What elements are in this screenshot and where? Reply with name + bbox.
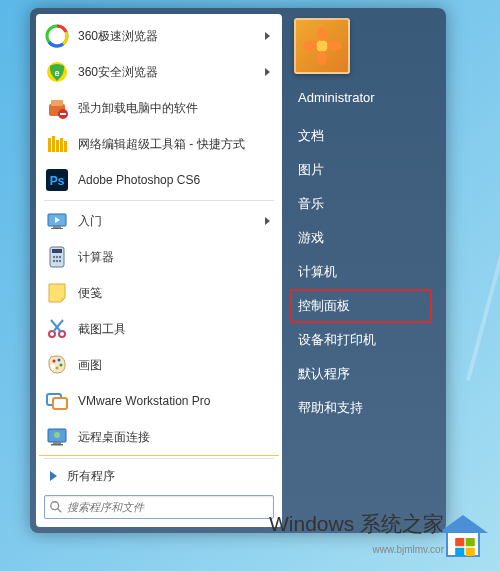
program-label: 计算器 bbox=[78, 249, 274, 266]
program-label: 便笺 bbox=[78, 285, 274, 302]
svg-rect-8 bbox=[52, 136, 55, 152]
right-panel-item[interactable]: 帮助和支持 bbox=[290, 391, 432, 425]
svg-point-31 bbox=[60, 364, 63, 367]
divider bbox=[44, 458, 274, 459]
svg-point-33 bbox=[51, 364, 55, 370]
program-item[interactable]: 画图 bbox=[38, 347, 280, 383]
divider bbox=[44, 200, 274, 201]
right-panel-item[interactable]: 默认程序 bbox=[290, 357, 432, 391]
svg-rect-9 bbox=[56, 140, 59, 152]
program-item[interactable]: 远程桌面连接 bbox=[38, 419, 280, 455]
svg-point-45 bbox=[317, 51, 327, 65]
getting-started-icon bbox=[44, 208, 70, 234]
right-panel-item[interactable]: 设备和打印机 bbox=[290, 323, 432, 357]
flower-avatar-icon bbox=[302, 26, 342, 66]
svg-rect-6 bbox=[60, 113, 66, 115]
svg-point-39 bbox=[54, 432, 60, 438]
svg-text:Ps: Ps bbox=[50, 174, 65, 188]
watermark-text: Windows 系统之家 bbox=[269, 510, 444, 538]
watermark-url: www.bjmlmv.cor bbox=[373, 544, 444, 555]
program-item[interactable]: 网络编辑超级工具箱 - 快捷方式 bbox=[38, 126, 280, 162]
svg-rect-38 bbox=[51, 444, 63, 446]
submenu-arrow-icon bbox=[265, 32, 270, 40]
toolbox-icon bbox=[44, 131, 70, 157]
calculator-icon bbox=[44, 244, 70, 270]
svg-rect-18 bbox=[52, 249, 62, 253]
user-picture[interactable] bbox=[294, 18, 350, 74]
svg-point-30 bbox=[58, 359, 61, 362]
svg-text:e: e bbox=[54, 68, 59, 78]
snipping-tool-icon bbox=[44, 316, 70, 342]
program-label: Adobe Photoshop CS6 bbox=[78, 173, 274, 187]
program-label: 强力卸载电脑中的软件 bbox=[78, 100, 274, 117]
program-item[interactable]: 强力卸载电脑中的软件 bbox=[38, 90, 280, 126]
svg-point-40 bbox=[51, 502, 59, 510]
submenu-arrow-icon bbox=[265, 217, 270, 225]
paint-icon bbox=[44, 352, 70, 378]
program-label: 截图工具 bbox=[78, 321, 274, 338]
program-label: 网络编辑超级工具箱 - 快捷方式 bbox=[78, 136, 274, 153]
search-input[interactable] bbox=[67, 501, 269, 513]
program-item[interactable]: 火绒医生 bbox=[38, 455, 280, 456]
search-box[interactable] bbox=[44, 495, 274, 519]
program-item[interactable]: 便笺 bbox=[38, 275, 280, 311]
program-label: VMware Workstation Pro bbox=[78, 394, 274, 408]
svg-rect-10 bbox=[60, 138, 63, 152]
svg-line-41 bbox=[58, 509, 62, 513]
submenu-arrow-icon bbox=[265, 68, 270, 76]
program-item[interactable]: 截图工具 bbox=[38, 311, 280, 347]
right-panel-item[interactable]: 图片 bbox=[290, 153, 432, 187]
all-programs-button[interactable]: 所有程序 bbox=[38, 461, 280, 491]
program-item[interactable]: e360安全浏览器 bbox=[38, 54, 280, 90]
svg-point-23 bbox=[56, 260, 58, 262]
svg-point-46 bbox=[303, 41, 317, 51]
svg-rect-11 bbox=[64, 141, 67, 152]
program-label: 远程桌面连接 bbox=[78, 429, 274, 446]
svg-point-22 bbox=[53, 260, 55, 262]
360-safe-browser-icon: e bbox=[44, 59, 70, 85]
program-item[interactable]: PsAdobe Photoshop CS6 bbox=[38, 162, 280, 198]
right-panel-item[interactable]: 控制面板 bbox=[290, 289, 432, 323]
program-label: 360极速浏览器 bbox=[78, 28, 265, 45]
right-panel-item[interactable]: 文档 bbox=[290, 119, 432, 153]
svg-point-21 bbox=[59, 256, 61, 258]
program-label: 360安全浏览器 bbox=[78, 64, 265, 81]
right-panel-item[interactable]: 游戏 bbox=[290, 221, 432, 255]
photoshop-icon: Ps bbox=[44, 167, 70, 193]
right-panel-item[interactable]: 计算机 bbox=[290, 255, 432, 289]
vmware-icon bbox=[44, 388, 70, 414]
svg-point-44 bbox=[327, 41, 341, 51]
program-list: 360极速浏览器e360安全浏览器强力卸载电脑中的软件网络编辑超级工具箱 - 快… bbox=[38, 18, 280, 456]
program-label: 画图 bbox=[78, 357, 274, 374]
decoration-ray bbox=[466, 13, 500, 381]
360-speed-browser-icon bbox=[44, 23, 70, 49]
svg-rect-7 bbox=[48, 138, 51, 152]
program-item[interactable]: 360极速浏览器 bbox=[38, 18, 280, 54]
svg-rect-37 bbox=[53, 442, 61, 444]
svg-point-20 bbox=[56, 256, 58, 258]
program-label: 入门 bbox=[78, 213, 265, 230]
search-icon bbox=[49, 500, 63, 514]
svg-point-43 bbox=[317, 27, 327, 41]
program-item[interactable]: VMware Workstation Pro bbox=[38, 383, 280, 419]
right-panel-item[interactable]: 音乐 bbox=[290, 187, 432, 221]
svg-point-32 bbox=[56, 367, 59, 370]
svg-point-42 bbox=[316, 40, 328, 52]
program-item[interactable]: 入门 bbox=[38, 203, 280, 239]
svg-rect-15 bbox=[53, 226, 61, 228]
all-programs-label: 所有程序 bbox=[67, 468, 274, 485]
svg-point-19 bbox=[53, 256, 55, 258]
svg-rect-35 bbox=[53, 398, 67, 409]
uninstall-icon bbox=[44, 95, 70, 121]
svg-point-29 bbox=[53, 360, 56, 363]
watermark-house-icon bbox=[438, 515, 488, 557]
start-menu-right-panel: Administrator 文档图片音乐游戏计算机控制面板设备和打印机默认程序帮… bbox=[282, 14, 440, 527]
sticky-notes-icon bbox=[44, 280, 70, 306]
svg-rect-4 bbox=[51, 100, 63, 106]
remote-desktop-icon bbox=[44, 424, 70, 450]
program-item[interactable]: 计算器 bbox=[38, 239, 280, 275]
start-menu-left-panel: 360极速浏览器e360安全浏览器强力卸载电脑中的软件网络编辑超级工具箱 - 快… bbox=[36, 14, 282, 527]
user-name-item[interactable]: Administrator bbox=[290, 82, 432, 113]
arrow-right-icon bbox=[50, 471, 57, 481]
svg-point-24 bbox=[59, 260, 61, 262]
